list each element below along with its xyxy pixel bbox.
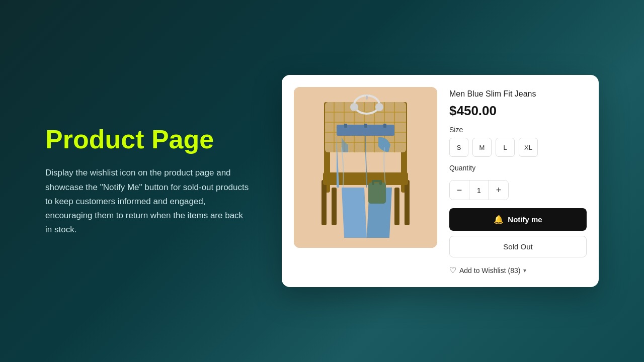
wishlist-label: Add to Wishlist (83): [459, 266, 520, 275]
notify-label: Notify me: [508, 215, 542, 224]
product-card: Men Blue Slim Fit Jeans $450.00 Size S M…: [282, 75, 599, 288]
quantity-label: Quantity: [449, 164, 587, 172]
quantity-increase-button[interactable]: +: [489, 180, 508, 200]
size-l[interactable]: L: [496, 138, 515, 157]
svg-rect-23: [383, 124, 386, 128]
size-xl[interactable]: XL: [519, 138, 538, 157]
svg-rect-15: [321, 180, 327, 225]
quantity-control: − +: [449, 180, 509, 200]
heart-icon: ♡: [449, 265, 456, 275]
size-label: Size: [449, 126, 587, 134]
page-title: Product Page: [45, 125, 252, 154]
size-section: Size S M L XL: [449, 126, 587, 157]
plus-icon: +: [496, 185, 502, 196]
minus-icon: −: [457, 185, 462, 196]
svg-rect-16: [405, 180, 410, 225]
size-m[interactable]: M: [472, 138, 492, 157]
svg-rect-32: [366, 96, 368, 100]
svg-point-30: [350, 103, 358, 111]
svg-rect-18: [394, 188, 399, 225]
product-price: $450.00: [449, 103, 587, 119]
quantity-input[interactable]: [469, 180, 489, 200]
svg-rect-28: [372, 180, 382, 182]
sold-out-button[interactable]: Sold Out: [449, 236, 587, 257]
size-s[interactable]: S: [449, 138, 468, 157]
notify-me-button[interactable]: 🔔 Notify me: [449, 208, 587, 231]
product-image: [294, 87, 437, 248]
quantity-section: Quantity − +: [449, 164, 587, 200]
page-layout: Product Page Display the wishlist icon o…: [45, 75, 599, 288]
svg-rect-19: [323, 172, 408, 185]
svg-rect-22: [364, 124, 367, 128]
svg-point-31: [375, 103, 383, 111]
quantity-decrease-button[interactable]: −: [450, 180, 469, 200]
svg-rect-17: [332, 188, 337, 225]
product-details: Men Blue Slim Fit Jeans $450.00 Size S M…: [449, 87, 587, 276]
bell-icon: 🔔: [494, 215, 504, 224]
svg-rect-25: [368, 183, 386, 204]
size-options: S M L XL: [449, 138, 587, 157]
page-description: Display the wishlist icon on the product…: [45, 166, 252, 236]
chevron-down-icon: ▾: [523, 267, 526, 274]
product-name: Men Blue Slim Fit Jeans: [449, 89, 587, 100]
wishlist-row[interactable]: ♡ Add to Wishlist (83) ▾: [449, 265, 587, 275]
left-panel: Product Page Display the wishlist icon o…: [45, 125, 252, 236]
actions-section: 🔔 Notify me Sold Out: [449, 208, 587, 257]
svg-rect-21: [344, 124, 347, 128]
